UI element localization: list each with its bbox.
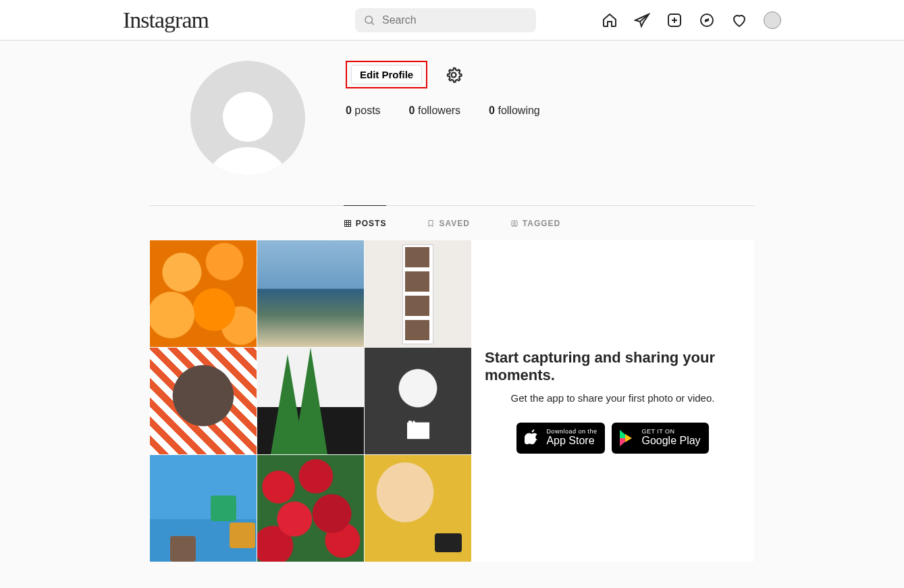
- sample-tile: [257, 240, 364, 347]
- svg-marker-6: [705, 18, 709, 22]
- messenger-icon[interactable]: [634, 12, 650, 28]
- activity-icon[interactable]: [731, 12, 747, 28]
- sample-tile: [150, 240, 257, 347]
- instagram-logo[interactable]: Instagram: [123, 7, 209, 33]
- svg-point-0: [365, 16, 373, 24]
- google-play-icon: [620, 430, 635, 446]
- profile-header: Edit Profile 0 posts 0 followers 0 follo…: [150, 61, 754, 176]
- tab-posts[interactable]: POSTS: [344, 205, 387, 240]
- profile-tabs: POSTS SAVED TAGGED: [150, 205, 754, 240]
- posts-stat: 0 posts: [346, 105, 381, 117]
- followers-stat[interactable]: 0 followers: [409, 105, 461, 117]
- sample-tile: [257, 348, 364, 454]
- svg-point-14: [513, 222, 515, 224]
- profile-page: Edit Profile 0 posts 0 followers 0 follo…: [136, 41, 768, 562]
- promo-subtext: Get the app to share your first photo or…: [511, 392, 715, 404]
- sample-tile: [365, 348, 471, 454]
- grid-icon: [344, 219, 352, 228]
- svg-line-1: [371, 22, 373, 24]
- search-input[interactable]: [355, 8, 536, 32]
- nav-icons: [602, 11, 781, 29]
- settings-icon[interactable]: [445, 66, 462, 84]
- edit-profile-button[interactable]: Edit Profile: [351, 65, 422, 84]
- tagged-icon: [510, 219, 519, 228]
- svg-rect-8: [344, 220, 350, 226]
- sample-tile: [365, 240, 471, 347]
- edit-profile-highlight: Edit Profile: [346, 61, 427, 88]
- sample-photo-grid: [150, 240, 471, 562]
- search-box: [355, 8, 536, 32]
- sample-tile: [150, 348, 257, 454]
- profile-avatar-nav[interactable]: [764, 11, 781, 29]
- svg-point-7: [452, 72, 456, 77]
- apple-icon: [525, 429, 539, 447]
- tab-tagged[interactable]: TAGGED: [510, 205, 560, 240]
- top-nav: Instagram: [0, 0, 904, 41]
- sample-tile: [150, 455, 257, 562]
- tab-saved[interactable]: SAVED: [427, 205, 469, 240]
- profile-content: Start capturing and sharing your moments…: [150, 240, 754, 562]
- get-app-promo: Start capturing and sharing your moments…: [471, 240, 754, 562]
- profile-stats: 0 posts 0 followers 0 following: [346, 105, 754, 117]
- google-play-badge[interactable]: GET IT ONGoogle Play: [612, 423, 708, 454]
- search-icon: [363, 14, 375, 26]
- profile-picture[interactable]: [190, 61, 305, 176]
- bookmark-icon: [427, 219, 435, 228]
- explore-icon[interactable]: [699, 12, 715, 28]
- new-post-icon[interactable]: [666, 12, 683, 28]
- sample-tile: [257, 455, 364, 562]
- promo-heading: Start capturing and sharing your moments…: [485, 349, 741, 384]
- home-icon[interactable]: [602, 12, 618, 28]
- svg-rect-13: [512, 221, 517, 226]
- sample-tile: [365, 455, 471, 562]
- app-store-badge[interactable]: Download on theApp Store: [516, 423, 605, 454]
- following-stat[interactable]: 0 following: [489, 105, 540, 117]
